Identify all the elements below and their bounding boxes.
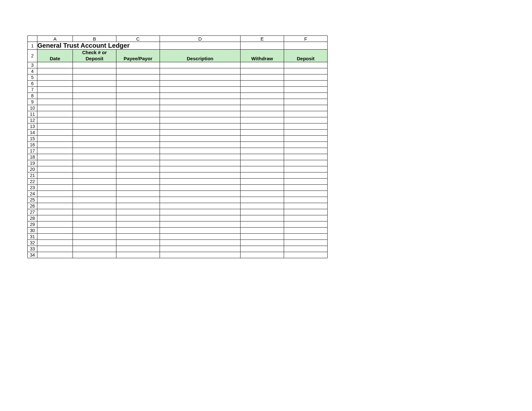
- cell-A33[interactable]: [37, 246, 73, 252]
- cell-A28[interactable]: [37, 215, 73, 221]
- cell-E9[interactable]: [241, 99, 284, 105]
- row-header-30[interactable]: 30: [28, 227, 37, 233]
- col-header-E[interactable]: E: [241, 36, 284, 42]
- cell-E21[interactable]: [241, 172, 284, 178]
- cell-E28[interactable]: [241, 215, 284, 221]
- cell-B15[interactable]: [73, 135, 116, 142]
- cell-E4[interactable]: [241, 68, 284, 74]
- cell-A6[interactable]: [37, 80, 73, 86]
- cell-C16[interactable]: [116, 142, 160, 148]
- cell-B17[interactable]: [73, 148, 116, 154]
- cell-C28[interactable]: [116, 215, 160, 221]
- cell-B8[interactable]: [73, 93, 116, 99]
- cell-A3[interactable]: [37, 62, 73, 68]
- cell-F1[interactable]: [284, 42, 328, 50]
- cell-A18[interactable]: [37, 154, 73, 160]
- row-header-6[interactable]: 6: [28, 80, 37, 86]
- cell-F4[interactable]: [284, 68, 328, 74]
- cell-E7[interactable]: [241, 86, 284, 93]
- cell-C12[interactable]: [116, 117, 160, 123]
- row-header-27[interactable]: 27: [28, 209, 37, 215]
- cell-D24[interactable]: [160, 191, 241, 197]
- row-header-17[interactable]: 17: [28, 148, 37, 154]
- cell-F5[interactable]: [284, 74, 328, 80]
- row-header-19[interactable]: 19: [28, 160, 37, 166]
- cell-B21[interactable]: [73, 172, 116, 178]
- cell-C30[interactable]: [116, 227, 160, 233]
- cell-D21[interactable]: [160, 172, 241, 178]
- cell-C11[interactable]: [116, 111, 160, 117]
- cell-B7[interactable]: [73, 86, 116, 93]
- cell-D6[interactable]: [160, 80, 241, 86]
- cell-A26[interactable]: [37, 203, 73, 209]
- cell-C5[interactable]: [116, 74, 160, 80]
- cell-E10[interactable]: [241, 105, 284, 111]
- cell-B6[interactable]: [73, 80, 116, 86]
- row-header-28[interactable]: 28: [28, 215, 37, 221]
- cell-B5[interactable]: [73, 74, 116, 80]
- row-header-13[interactable]: 13: [28, 123, 37, 129]
- cell-F29[interactable]: [284, 221, 328, 227]
- cell-A31[interactable]: [37, 233, 73, 240]
- cell-C25[interactable]: [116, 197, 160, 203]
- cell-D19[interactable]: [160, 160, 241, 166]
- cell-B30[interactable]: [73, 227, 116, 233]
- cell-E22[interactable]: [241, 178, 284, 184]
- cell-C29[interactable]: [116, 221, 160, 227]
- cell-B12[interactable]: [73, 117, 116, 123]
- cell-F7[interactable]: [284, 86, 328, 93]
- cell-A25[interactable]: [37, 197, 73, 203]
- row-header-34[interactable]: 34: [28, 252, 37, 258]
- row-header-23[interactable]: 23: [28, 184, 37, 191]
- cell-E12[interactable]: [241, 117, 284, 123]
- row-header-25[interactable]: 25: [28, 197, 37, 203]
- cell-C17[interactable]: [116, 148, 160, 154]
- cell-F3[interactable]: [284, 62, 328, 68]
- cell-F30[interactable]: [284, 227, 328, 233]
- row-header-11[interactable]: 11: [28, 111, 37, 117]
- cell-B3[interactable]: [73, 62, 116, 68]
- row-header-20[interactable]: 20: [28, 166, 37, 172]
- cell-E17[interactable]: [241, 148, 284, 154]
- cell-F6[interactable]: [284, 80, 328, 86]
- cell-F32[interactable]: [284, 240, 328, 246]
- cell-C18[interactable]: [116, 154, 160, 160]
- cell-E6[interactable]: [241, 80, 284, 86]
- cell-F15[interactable]: [284, 135, 328, 142]
- cell-F9[interactable]: [284, 99, 328, 105]
- row-header-21[interactable]: 21: [28, 172, 37, 178]
- cell-F31[interactable]: [284, 233, 328, 240]
- cell-D12[interactable]: [160, 117, 241, 123]
- row-header-3[interactable]: 3: [28, 62, 37, 68]
- cell-C6[interactable]: [116, 80, 160, 86]
- cell-F21[interactable]: [284, 172, 328, 178]
- cell-D13[interactable]: [160, 123, 241, 129]
- cell-F24[interactable]: [284, 191, 328, 197]
- header-check-deposit[interactable]: Check # or Deposit: [73, 50, 116, 62]
- cell-A14[interactable]: [37, 129, 73, 135]
- cell-D27[interactable]: [160, 209, 241, 215]
- cell-D20[interactable]: [160, 166, 241, 172]
- cell-C3[interactable]: [116, 62, 160, 68]
- header-deposit[interactable]: Deposit: [284, 50, 328, 62]
- row-header-22[interactable]: 22: [28, 178, 37, 184]
- cell-D34[interactable]: [160, 252, 241, 258]
- cell-F12[interactable]: [284, 117, 328, 123]
- cell-E5[interactable]: [241, 74, 284, 80]
- row-header-1[interactable]: 1: [28, 42, 37, 50]
- cell-A30[interactable]: [37, 227, 73, 233]
- cell-E18[interactable]: [241, 154, 284, 160]
- cell-D8[interactable]: [160, 93, 241, 99]
- cell-B9[interactable]: [73, 99, 116, 105]
- cell-F25[interactable]: [284, 197, 328, 203]
- header-date[interactable]: Date: [37, 50, 73, 62]
- cell-A29[interactable]: [37, 221, 73, 227]
- col-header-F[interactable]: F: [284, 36, 328, 42]
- cell-A16[interactable]: [37, 142, 73, 148]
- cell-D33[interactable]: [160, 246, 241, 252]
- cell-A23[interactable]: [37, 184, 73, 191]
- cell-F27[interactable]: [284, 209, 328, 215]
- cell-C23[interactable]: [116, 184, 160, 191]
- cell-A22[interactable]: [37, 178, 73, 184]
- cell-C9[interactable]: [116, 99, 160, 105]
